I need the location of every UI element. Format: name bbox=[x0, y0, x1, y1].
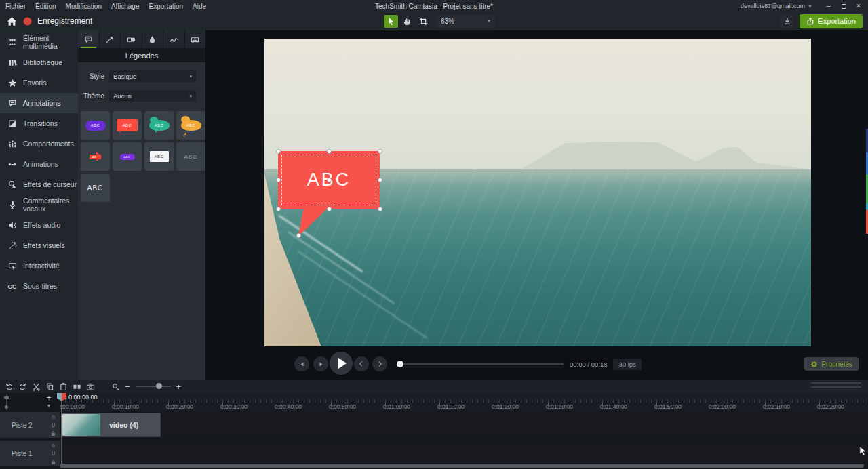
sidebar-item-transitions[interactable]: Transitions bbox=[0, 113, 78, 134]
cut-button[interactable] bbox=[30, 380, 43, 392]
hand-tool-button[interactable] bbox=[400, 15, 414, 28]
sidebar-item-animations[interactable]: Animations bbox=[0, 154, 78, 174]
collapse-tracks-button[interactable]: ▾ bbox=[43, 401, 54, 410]
selection-handle[interactable] bbox=[327, 149, 332, 154]
annotation-shape: ABC bbox=[117, 119, 138, 131]
step-forward-button[interactable] bbox=[313, 356, 328, 371]
selection-handle[interactable] bbox=[327, 207, 332, 211]
tab-keystroke[interactable] bbox=[185, 30, 206, 48]
track-height-slider[interactable] bbox=[3, 394, 10, 410]
zoom-out-button[interactable]: − bbox=[125, 382, 130, 392]
redo-button[interactable] bbox=[16, 380, 29, 392]
sidebar-item-element-multimedia[interactable]: Élément multimédia bbox=[0, 32, 78, 52]
copy-button[interactable] bbox=[43, 380, 56, 392]
callout-tab-icon bbox=[84, 35, 93, 44]
track-magnet-icon[interactable] bbox=[50, 450, 56, 457]
timeline-ruler[interactable]: 0:00:00;000:00:10;000:00:20;000:00:30;00… bbox=[60, 393, 868, 411]
selection-handle[interactable] bbox=[276, 149, 281, 154]
sidebar-item-effets-audio[interactable]: Effets audio bbox=[0, 215, 78, 235]
selection-handle[interactable] bbox=[276, 207, 281, 211]
sidebar-item-sous-titres[interactable]: CCSous-titres bbox=[0, 276, 78, 296]
menu-item-edition[interactable]: Édition bbox=[35, 3, 56, 10]
menu-item-fichier[interactable]: Fichier bbox=[5, 3, 26, 10]
timeline-zoom-slider[interactable] bbox=[136, 386, 171, 387]
playhead[interactable]: 0:00:00;00 bbox=[57, 393, 66, 401]
undo-button[interactable] bbox=[3, 380, 16, 392]
style-select[interactable]: Basique ▾ bbox=[109, 70, 196, 82]
annotation-tile-teal-cloud[interactable]: ABC bbox=[144, 111, 174, 140]
play-button[interactable] bbox=[330, 352, 353, 375]
sidebar-item-favoris[interactable]: Favoris bbox=[0, 73, 78, 93]
annotation-tile-plain-white[interactable]: ABC bbox=[81, 174, 110, 202]
track-lock-icon[interactable] bbox=[50, 458, 56, 466]
sidebar-item-effets-visuels[interactable]: Effets visuels bbox=[0, 235, 78, 256]
zoom-slider-handle[interactable] bbox=[156, 383, 162, 389]
selection-handle[interactable] bbox=[378, 149, 382, 154]
sidebar-item-interactivite[interactable]: Interactivité bbox=[0, 256, 78, 276]
annotation-tile-purple-small[interactable]: ABC bbox=[113, 142, 142, 171]
tab-shapes[interactable] bbox=[121, 30, 142, 48]
timeline-resize-grip[interactable] bbox=[811, 382, 861, 388]
track-lane[interactable] bbox=[61, 441, 868, 466]
track-eye-icon[interactable] bbox=[50, 442, 56, 449]
menu-item-affichage[interactable]: Affichage bbox=[111, 3, 140, 10]
theme-select[interactable]: Aucun ▾ bbox=[109, 90, 196, 102]
selection-handle[interactable] bbox=[378, 207, 382, 211]
track-eye-icon[interactable] bbox=[50, 413, 56, 421]
cursor-tool-button[interactable] bbox=[384, 15, 398, 28]
sidebar-item-effets-de-curseur[interactable]: Effets de curseur bbox=[0, 174, 78, 195]
menu-item-modification[interactable]: Modification bbox=[66, 3, 102, 10]
step-back-button[interactable] bbox=[294, 356, 309, 371]
camera-button[interactable] bbox=[84, 380, 97, 392]
close-button[interactable]: ✕ bbox=[852, 1, 865, 12]
selection-handle[interactable] bbox=[327, 178, 332, 182]
playhead-in-marker[interactable] bbox=[57, 393, 62, 401]
download-button[interactable] bbox=[781, 14, 794, 28]
menu-item-exportation[interactable]: Exportation bbox=[149, 3, 183, 10]
split-button[interactable] bbox=[71, 380, 83, 392]
home-icon[interactable] bbox=[7, 16, 17, 26]
ruler-labels: 0:00:00;000:00:10;000:00:20;000:00:30;00… bbox=[60, 403, 868, 411]
export-button[interactable]: Exportation bbox=[800, 14, 863, 28]
track-lane[interactable]: video (4) bbox=[61, 412, 868, 438]
maximize-button[interactable] bbox=[837, 1, 850, 12]
account-menu[interactable]: devallois87@gmail.com ▼ bbox=[741, 3, 812, 9]
annotation-tile-purple[interactable]: ABC bbox=[81, 111, 110, 140]
minimize-button[interactable]: ─ bbox=[822, 1, 835, 12]
video-canvas[interactable]: ABC bbox=[264, 39, 811, 346]
sidebar-item-annotations[interactable]: Annotations bbox=[0, 93, 78, 113]
annotation-tile-red-arrow[interactable]: ABC bbox=[81, 142, 110, 171]
scrubber-track[interactable] bbox=[399, 363, 565, 365]
tab-blur[interactable] bbox=[142, 30, 164, 48]
record-button[interactable]: Enregistrement bbox=[23, 16, 92, 26]
tab-callout[interactable] bbox=[78, 30, 100, 48]
previous-button[interactable] bbox=[354, 356, 369, 371]
sidebar-item-bibliotheque[interactable]: Bibliothèque bbox=[0, 52, 78, 73]
properties-button[interactable]: Propriétés bbox=[804, 357, 859, 371]
speaker-icon bbox=[7, 221, 17, 230]
tab-sketch[interactable] bbox=[163, 30, 185, 48]
next-button[interactable] bbox=[372, 356, 387, 371]
canvas-zoom-select[interactable]: 63% ▾ bbox=[437, 15, 494, 28]
annotation-tile-red-bubble[interactable]: ABC bbox=[113, 111, 142, 140]
playhead-out-marker[interactable] bbox=[62, 393, 66, 401]
menu-item-aide[interactable]: Aide bbox=[193, 3, 206, 10]
selection-handle[interactable] bbox=[276, 178, 281, 182]
scrubber-handle[interactable] bbox=[397, 361, 403, 367]
sidebar-item-comportements[interactable]: Comportements bbox=[0, 134, 78, 154]
zoom-in-button[interactable]: + bbox=[176, 382, 182, 392]
tab-arrow[interactable] bbox=[100, 30, 121, 48]
track-magnet-icon[interactable] bbox=[50, 422, 56, 429]
annotation-shape: ABC bbox=[90, 155, 101, 159]
annotation-tile-white-rect[interactable]: ABC bbox=[144, 142, 174, 171]
sidebar-item-commentaires-vocaux[interactable]: Commentaires vocaux bbox=[0, 195, 78, 215]
track-lock-icon[interactable] bbox=[50, 430, 56, 437]
selection-handle[interactable] bbox=[378, 178, 382, 182]
timeline-hscrollbar[interactable] bbox=[60, 464, 864, 468]
crop-tool-button[interactable] bbox=[416, 15, 431, 28]
annotation-tile-yellow-cloud[interactable]: ABC bbox=[176, 111, 205, 140]
annotation-tile-plain-gray[interactable]: ABC bbox=[176, 142, 205, 171]
paste-button[interactable] bbox=[57, 380, 70, 392]
video-clip[interactable]: video (4) bbox=[61, 413, 161, 437]
selection-handle[interactable] bbox=[296, 233, 301, 238]
